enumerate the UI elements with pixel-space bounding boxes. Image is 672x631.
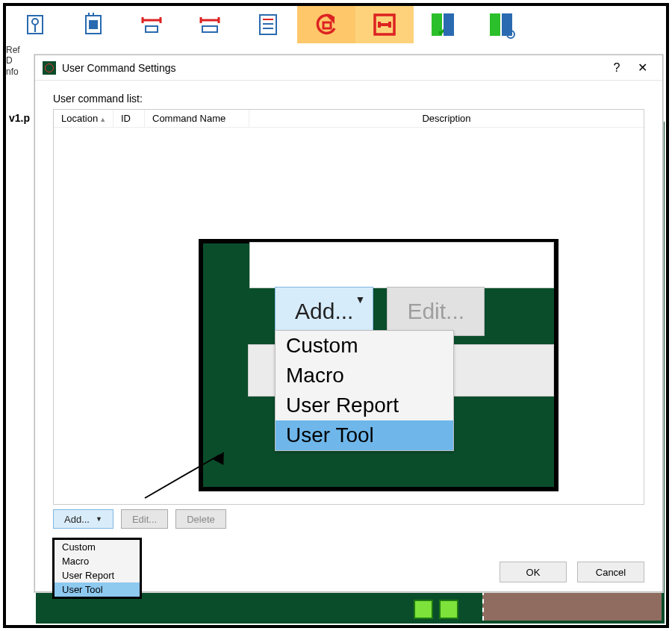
ribbon-item-chip[interactable] — [64, 6, 122, 43]
zoom-add-button[interactable]: Add... ▼ — [275, 287, 373, 336]
pcb-pad — [439, 600, 458, 619]
pcb-pad — [414, 600, 433, 619]
check-icon: ✔ — [438, 25, 447, 39]
ribbon-side-labels: Ref D nfo — [6, 45, 20, 77]
add-dropdown-menu: Custom Macro User Report User Tool — [52, 538, 142, 599]
svg-rect-20 — [323, 22, 331, 28]
zoom-menu-item-user-tool[interactable]: User Tool — [276, 420, 453, 450]
list-label: User command list: — [53, 93, 644, 105]
add-button[interactable]: Add...▼ — [53, 509, 113, 529]
zoom-menu-item-custom[interactable]: Custom — [276, 331, 453, 361]
zoom-inset: Add... ▼ Edit... Custom Macro User Repor… — [199, 239, 559, 491]
app-icon — [43, 61, 56, 75]
svg-rect-10 — [146, 26, 158, 32]
ribbon-item-diff-check[interactable]: ✔ — [414, 6, 472, 43]
menu-item-user-report[interactable]: User Report — [55, 568, 140, 582]
menu-item-macro[interactable]: Macro — [55, 554, 140, 568]
zoom-menu-item-macro[interactable]: Macro — [276, 361, 453, 391]
search-icon — [506, 30, 515, 39]
ribbon-item-undo-red[interactable] — [297, 6, 355, 43]
edit-button: Edit... — [121, 509, 168, 529]
pcb-region — [482, 591, 662, 621]
ribbon-item-diff-find[interactable] — [472, 6, 530, 43]
col-name[interactable]: Command Name — [145, 110, 249, 127]
chevron-down-icon: ▼ — [96, 515, 102, 523]
breadcrumb-tab[interactable]: v1.p — [6, 111, 33, 125]
ribbon-item-refresh[interactable] — [6, 6, 64, 43]
svg-rect-6 — [89, 20, 98, 29]
close-button[interactable]: ✕ — [629, 60, 655, 75]
menu-item-custom[interactable]: Custom — [55, 540, 140, 554]
ribbon-item-sheet[interactable] — [239, 6, 297, 43]
zoom-menu-item-user-report[interactable]: User Report — [276, 391, 453, 420]
svg-rect-14 — [202, 26, 217, 32]
ribbon-item-span-b[interactable] — [181, 6, 239, 43]
ribbon-item-box-red[interactable] — [355, 6, 414, 43]
help-button[interactable]: ? — [604, 61, 629, 75]
delete-button: Delete — [175, 509, 226, 529]
svg-point-1 — [32, 19, 38, 25]
col-location[interactable]: Location▲ — [54, 110, 113, 127]
zoom-edit-button: Edit... — [387, 287, 485, 336]
zoom-add-dropdown-menu: Custom Macro User Report User Tool — [275, 330, 454, 451]
col-id[interactable]: ID — [113, 110, 145, 127]
ok-button[interactable]: OK — [500, 562, 567, 582]
list-header: Location▲ ID Command Name Description — [54, 110, 644, 128]
col-description[interactable]: Description — [249, 110, 644, 127]
ribbon-item-span-a[interactable] — [122, 6, 181, 43]
menu-item-user-tool[interactable]: User Tool — [55, 582, 140, 597]
chevron-down-icon: ▼ — [355, 293, 366, 305]
dialog-title: User Command Settings — [62, 62, 604, 74]
zoom-panel-bg — [249, 242, 554, 288]
dialog-titlebar[interactable]: User Command Settings ? ✕ — [35, 55, 662, 81]
cancel-button[interactable]: Cancel — [577, 562, 644, 582]
ribbon: ✔ — [6, 6, 666, 45]
sort-caret-icon: ▲ — [99, 116, 106, 123]
